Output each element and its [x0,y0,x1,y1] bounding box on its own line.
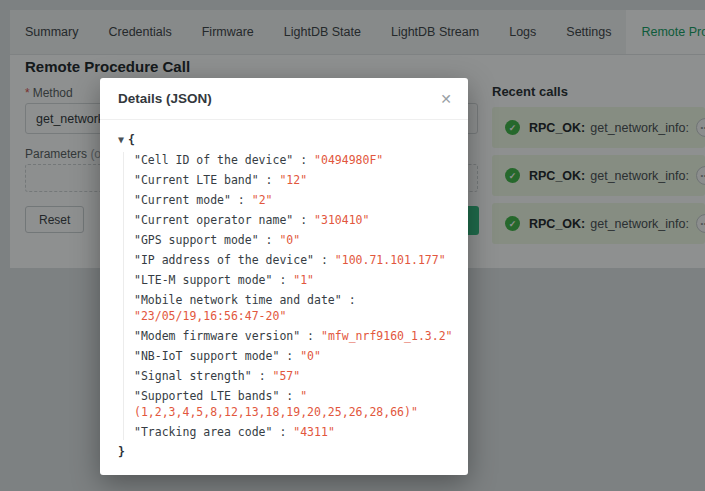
json-entry: "Modem firmware version" : "mfw_nrf9160_… [134,328,460,344]
json-entry: "Current LTE band" : "12" [134,172,460,188]
json-entries: "Cell ID of the device" : "0494980F" "Cu… [123,152,460,440]
close-brace: } [118,444,460,460]
json-entry: "Signal strength" : "57" [134,368,460,384]
close-icon[interactable]: ✕ [440,92,452,106]
modal-title: Details (JSON) [118,91,440,106]
json-viewer: ▼{ "Cell ID of the device" : "0494980F" … [100,120,468,460]
open-brace: { [128,133,135,147]
json-entry: "LTE-M support mode" : "1" [134,272,460,288]
json-entry: "IP address of the device" : "100.71.101… [134,252,460,268]
json-entry: "GPS support mode" : "0" [134,232,460,248]
json-entry: "Mobile network time and date" : "23/05/… [134,292,460,324]
json-entry: "Tracking area code" : "4311" [134,424,460,440]
json-entry: "Current operator name" : "310410" [134,212,460,228]
json-entry: "NB-IoT support mode" : "0" [134,348,460,364]
chevron-down-icon[interactable]: ▼ [118,132,124,148]
modal-header: Details (JSON) ✕ [100,78,468,120]
json-entry: "Cell ID of the device" : "0494980F" [134,152,460,168]
details-json-modal: Details (JSON) ✕ ▼{ "Cell ID of the devi… [100,78,468,475]
json-entry: "Current mode" : "2" [134,192,460,208]
json-entry: "Supported LTE bands" : "(1,2,3,4,5,8,12… [134,388,460,420]
json-root-row: ▼{ [118,132,460,148]
